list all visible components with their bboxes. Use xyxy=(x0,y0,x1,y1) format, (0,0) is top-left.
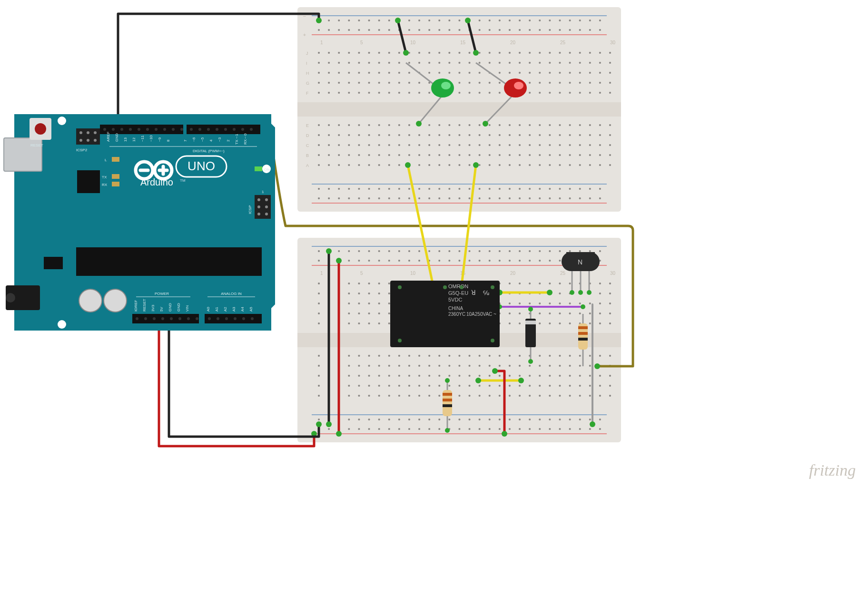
svg-point-117 xyxy=(216,128,218,131)
wire-5v xyxy=(159,318,314,446)
svg-point-171 xyxy=(153,317,156,320)
svg-point-158 xyxy=(257,205,260,208)
svg-rect-141 xyxy=(112,174,119,179)
svg-text:GND: GND xyxy=(177,303,181,312)
svg-text:5V: 5V xyxy=(159,307,164,312)
svg-point-121 xyxy=(250,128,253,131)
svg-point-230 xyxy=(445,428,450,433)
svg-point-223 xyxy=(528,359,533,364)
col-label: 25 xyxy=(560,40,566,45)
svg-point-99 xyxy=(58,117,66,125)
icsp-label: ICSP xyxy=(248,205,252,214)
svg-text:2360YC: 2360YC xyxy=(448,312,465,317)
svg-text:A4: A4 xyxy=(240,307,245,312)
svg-point-174 xyxy=(178,317,181,320)
svg-point-110 xyxy=(155,128,158,131)
svg-text:2: 2 xyxy=(226,139,230,142)
svg-point-114 xyxy=(190,128,193,131)
svg-point-120 xyxy=(241,128,244,131)
svg-text:7: 7 xyxy=(183,139,187,142)
svg-rect-163 xyxy=(76,247,262,276)
col-label: 15 xyxy=(460,40,466,45)
svg-point-179 xyxy=(225,317,228,320)
svg-point-222 xyxy=(528,307,533,312)
svg-point-119 xyxy=(233,128,236,131)
svg-text:~6: ~6 xyxy=(192,137,196,142)
svg-rect-235 xyxy=(578,338,588,341)
svg-point-173 xyxy=(170,317,173,320)
svg-text:C: C xyxy=(306,143,309,148)
svg-rect-147 xyxy=(77,170,100,193)
svg-point-157 xyxy=(265,198,268,201)
svg-text:IOREF: IOREF xyxy=(134,300,138,312)
svg-point-207 xyxy=(483,121,488,127)
svg-point-177 xyxy=(208,317,211,320)
svg-text:8: 8 xyxy=(166,139,170,142)
svg-rect-227 xyxy=(443,399,452,401)
svg-text:RESET: RESET xyxy=(142,299,147,312)
arduino-uno: RESET ICSP2 AREF GND 13 12 xyxy=(4,114,275,331)
svg-point-71 xyxy=(326,421,332,427)
svg-text:E: E xyxy=(306,123,309,128)
svg-point-82 xyxy=(518,378,524,383)
svg-point-84 xyxy=(492,368,498,374)
svg-point-161 xyxy=(265,213,268,215)
svg-text:5: 5 xyxy=(360,271,363,276)
svg-point-78 xyxy=(581,304,585,309)
svg-text:10: 10 xyxy=(410,271,416,276)
svg-text:GND: GND xyxy=(168,303,172,312)
svg-text:A2: A2 xyxy=(223,307,227,312)
svg-point-229 xyxy=(445,378,450,383)
svg-rect-234 xyxy=(578,332,588,335)
svg-point-113 xyxy=(180,128,183,131)
svg-point-69 xyxy=(336,431,342,437)
svg-point-59 xyxy=(395,18,401,23)
svg-text:~9: ~9 xyxy=(158,137,162,142)
relay-rating: 10A250VAC ~ xyxy=(466,312,496,317)
svg-text:D: D xyxy=(306,133,309,138)
svg-text:CHINA: CHINA xyxy=(448,306,463,311)
svg-text:AREF: AREF xyxy=(106,132,110,142)
breadboard-top: – + 1 5 10 15 20 25 xyxy=(297,7,621,212)
svg-point-107 xyxy=(129,128,132,131)
svg-point-64 xyxy=(594,363,600,369)
svg-text:12: 12 xyxy=(132,137,136,142)
svg-point-109 xyxy=(146,128,149,131)
svg-point-175 xyxy=(187,317,190,320)
svg-text:TX→1: TX→1 xyxy=(235,134,239,145)
svg-point-105 xyxy=(112,128,115,131)
col-label: 20 xyxy=(510,40,516,45)
svg-text:RX←0: RX←0 xyxy=(243,133,247,145)
svg-point-242 xyxy=(587,290,592,295)
svg-point-206 xyxy=(514,82,523,89)
svg-point-94 xyxy=(87,131,89,134)
svg-point-159 xyxy=(265,205,268,208)
svg-point-240 xyxy=(570,290,574,295)
relay-voltage: 5VDC xyxy=(448,297,462,302)
svg-point-169 xyxy=(136,317,138,320)
svg-point-170 xyxy=(144,317,147,320)
svg-rect-92 xyxy=(76,128,100,145)
svg-point-104 xyxy=(103,128,106,131)
svg-text:3V3: 3V3 xyxy=(151,304,155,312)
svg-point-116 xyxy=(207,128,210,131)
col-label: 10 xyxy=(410,40,416,45)
wire-gnd-digital xyxy=(118,14,319,128)
board-name: UNO xyxy=(187,159,215,173)
svg-point-93 xyxy=(79,131,82,134)
svg-point-201 xyxy=(441,82,451,89)
svg-point-202 xyxy=(416,121,422,127)
svg-text:L: L xyxy=(105,158,107,162)
svg-point-214 xyxy=(398,339,402,342)
svg-text:~5: ~5 xyxy=(200,137,205,142)
svg-point-165 xyxy=(104,289,127,312)
svg-point-58 xyxy=(316,18,322,23)
svg-text:TM: TM xyxy=(180,178,186,183)
svg-text:F: F xyxy=(306,91,309,96)
svg-point-180 xyxy=(234,317,237,320)
svg-point-72 xyxy=(326,248,332,254)
svg-text:A0: A0 xyxy=(206,307,210,312)
svg-point-160 xyxy=(257,213,260,215)
svg-point-118 xyxy=(224,128,227,131)
svg-rect-155 xyxy=(255,195,271,219)
